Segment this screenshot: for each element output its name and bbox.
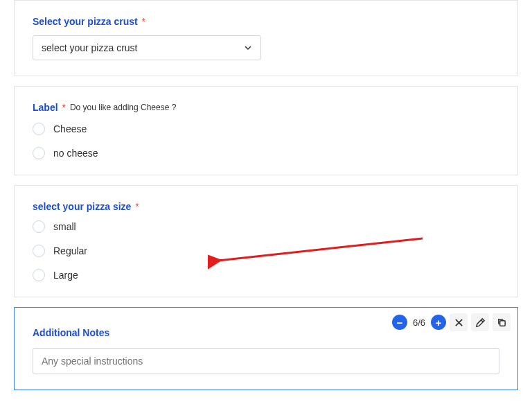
size-label-text: select your pizza size <box>33 201 131 212</box>
radio-small[interactable]: small <box>33 220 499 233</box>
radio-label: Cheese <box>53 123 87 134</box>
crust-select-wrap: select your pizza crust <box>33 35 261 60</box>
radio-circle-icon <box>33 123 45 135</box>
radio-circle-icon <box>33 245 45 257</box>
field-toolbar: − 6/6 + <box>392 313 511 331</box>
radio-label: no cheese <box>53 148 98 159</box>
crust-select[interactable]: select your pizza crust <box>33 35 261 60</box>
radio-label: small <box>53 221 76 232</box>
crust-label-text: Select your pizza crust <box>33 16 138 27</box>
radio-label: Regular <box>53 245 87 256</box>
crust-select-value: select your pizza crust <box>42 42 138 53</box>
minus-icon: − <box>397 317 403 329</box>
radio-label: Large <box>53 270 78 281</box>
cheese-label-text: Label <box>33 102 58 113</box>
cheese-label-row: Label * Do you like adding Cheese ? <box>33 102 499 113</box>
notes-label-text: Additional Notes <box>33 327 109 338</box>
size-label: select your pizza size * <box>33 201 499 212</box>
radio-large[interactable]: Large <box>33 269 499 281</box>
plus-button[interactable]: + <box>431 315 446 330</box>
radio-no-cheese[interactable]: no cheese <box>33 147 499 159</box>
field-counter: 6/6 <box>411 317 427 328</box>
plus-icon: + <box>436 317 442 329</box>
crust-label: Select your pizza crust * <box>33 16 499 27</box>
close-icon <box>454 317 464 328</box>
chevron-down-icon <box>244 44 252 52</box>
close-button[interactable] <box>450 313 468 331</box>
radio-circle-icon <box>33 220 45 233</box>
section-crust: Select your pizza crust * select your pi… <box>14 0 518 76</box>
radio-cheese[interactable]: Cheese <box>33 123 499 135</box>
edit-icon <box>475 317 486 328</box>
cheese-radio-list: Cheese no cheese <box>33 123 499 159</box>
section-cheese: Label * Do you like adding Cheese ? Chee… <box>14 86 518 175</box>
radio-regular[interactable]: Regular <box>33 245 499 257</box>
radio-circle-icon <box>33 269 45 281</box>
minus-button[interactable]: − <box>392 315 407 330</box>
cheese-helper: Do you like adding Cheese ? <box>70 103 176 112</box>
required-mark: * <box>142 16 145 27</box>
radio-circle-icon <box>33 147 45 159</box>
size-radio-list: small Regular Large <box>33 220 499 281</box>
duplicate-button[interactable] <box>493 313 511 331</box>
edit-button[interactable] <box>471 313 489 331</box>
cheese-label: Label * <box>33 102 66 113</box>
notes-input[interactable] <box>33 348 499 374</box>
svg-rect-0 <box>499 320 505 326</box>
section-size: select your pizza size * small Regular L… <box>14 185 518 297</box>
copy-icon <box>497 317 507 328</box>
required-mark: * <box>135 201 139 212</box>
required-mark: * <box>62 102 65 113</box>
section-notes: − 6/6 + Additional Notes <box>14 307 518 390</box>
